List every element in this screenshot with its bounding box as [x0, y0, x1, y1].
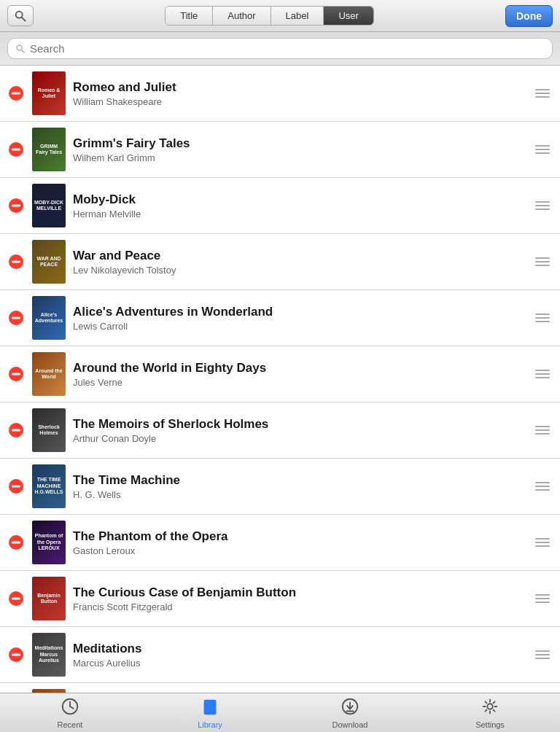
delete-button[interactable] [7, 534, 25, 551]
tab-label: Download [332, 720, 368, 729]
book-author: Wilhem Karl Grimm [73, 152, 525, 163]
delete-button[interactable] [7, 365, 25, 383]
delete-button[interactable] [7, 646, 25, 663]
sort-tab-label[interactable]: Label [271, 7, 324, 25]
book-author: Marcus Aurelius [73, 658, 525, 669]
book-title: Alice's Adventures in Wonderland [73, 305, 525, 319]
sort-tab-title[interactable]: Title [166, 7, 213, 25]
delete-button[interactable] [7, 309, 25, 327]
book-title: Moby-Dick [73, 192, 525, 207]
done-button[interactable]: Done [505, 5, 553, 27]
delete-button[interactable] [7, 421, 25, 439]
book-title: The Memoirs of Sherlock Holmes [73, 417, 525, 432]
svg-point-0 [16, 11, 23, 17]
svg-point-42 [487, 704, 492, 709]
tab-bar: Recent Library Download Settings [0, 693, 560, 732]
tab-download[interactable]: Download [280, 693, 420, 733]
book-info: Grimm's Fairy Tales Wilhem Karl Grimm [73, 136, 525, 163]
svg-rect-35 [204, 699, 217, 714]
svg-point-2 [17, 45, 22, 50]
search-icon-button[interactable] [7, 5, 34, 26]
tab-settings[interactable]: Settings [420, 693, 560, 733]
book-info: The Memoirs of Sherlock Holmes Arthur Co… [73, 417, 525, 444]
drag-handle[interactable] [532, 423, 553, 437]
drag-handle[interactable] [532, 198, 553, 213]
drag-handle[interactable] [532, 311, 553, 325]
drag-handle[interactable] [532, 535, 553, 550]
delete-button[interactable] [7, 141, 25, 158]
svg-rect-13 [12, 317, 20, 319]
book-cover: Romeo & Juliet [32, 71, 66, 115]
search-bar [0, 32, 560, 66]
svg-rect-23 [12, 598, 20, 600]
sort-tab-author[interactable]: Author [213, 7, 271, 25]
book-cover: THE TIME MACHINE H.G.WELLS [32, 464, 66, 508]
cover-text: Alice's Adventures [32, 311, 66, 326]
svg-rect-11 [12, 261, 20, 263]
cover-text: Benjamin Button [32, 591, 66, 607]
book-title: Around the World in Eighty Days [73, 361, 525, 375]
svg-rect-17 [12, 429, 20, 432]
book-cover: Benjamin Button [32, 577, 66, 620]
list-item: GRIMM Fairy Tales Grimm's Fairy Tales Wi… [0, 122, 560, 178]
svg-rect-15 [12, 373, 20, 375]
svg-rect-38 [206, 707, 211, 709]
svg-rect-21 [12, 542, 20, 544]
book-info: Alice's Adventures in Wonderland Lewis C… [73, 305, 525, 332]
book-info: Meditations Marcus Aurelius [73, 642, 525, 669]
tab-library[interactable]: Library [140, 693, 280, 733]
list-item: THE TIME MACHINE H.G.WELLS The Time Mach… [0, 459, 560, 515]
search-input-wrap[interactable] [7, 38, 553, 59]
drag-handle[interactable] [532, 142, 553, 157]
svg-rect-9 [12, 205, 20, 207]
delete-button[interactable] [7, 478, 25, 495]
book-info: The Phantom of the Opera Gaston Leroux [73, 529, 525, 556]
drag-handle[interactable] [532, 591, 553, 606]
settings-icon [481, 697, 499, 719]
list-item: Meditations Marcus Aurelius Meditations … [0, 627, 560, 683]
search-input[interactable] [30, 42, 545, 55]
list-item: Romeo & Juliet Romeo and Juliet William … [0, 66, 560, 122]
svg-line-3 [21, 50, 24, 52]
book-title: Romeo and Juliet [73, 80, 525, 95]
book-title: The Time Machine [73, 473, 525, 488]
drag-handle[interactable] [532, 254, 553, 269]
drag-handle[interactable] [532, 86, 553, 101]
cover-text: Sherlock Holmes [32, 423, 66, 438]
list-item: Benjamin Button The Curious Case of Benj… [0, 571, 560, 627]
library-icon [201, 697, 219, 719]
book-author: Jules Verne [73, 377, 525, 388]
cover-text: Around the World [32, 367, 66, 382]
tab-recent[interactable]: Recent [0, 693, 140, 733]
svg-rect-37 [206, 705, 214, 706]
book-list: Romeo & Juliet Romeo and Juliet William … [0, 66, 560, 693]
drag-handle[interactable] [532, 479, 553, 494]
book-author: William Shakespeare [73, 96, 525, 107]
book-cover: Phantom of the Opera LEROUX [32, 521, 66, 564]
sort-tab-user[interactable]: User [324, 7, 373, 25]
book-author: Lewis Carroll [73, 321, 525, 332]
book-cover: GRIMM Fairy Tales [32, 128, 66, 171]
delete-button[interactable] [7, 85, 25, 102]
drag-handle[interactable] [532, 367, 553, 381]
book-cover: Around the World [32, 352, 66, 396]
book-info: Moby-Dick Herman Melville [73, 192, 525, 219]
download-icon [341, 697, 359, 719]
book-title: War and Peace [73, 249, 525, 263]
book-author: Herman Melville [73, 209, 525, 219]
svg-rect-19 [12, 486, 20, 488]
book-info: Romeo and Juliet William Shakespeare [73, 80, 525, 107]
delete-button[interactable] [7, 197, 25, 214]
book-author: Lev Nikolayevich Tolstoy [73, 265, 525, 276]
delete-button[interactable] [7, 590, 25, 607]
drag-handle[interactable] [532, 647, 553, 662]
book-author: Arthur Conan Doyle [73, 433, 525, 444]
cover-text: Meditations Marcus Aurelius [32, 644, 66, 665]
cover-text: Phantom of the Opera LEROUX [32, 532, 66, 553]
cover-text: THE TIME MACHINE H.G.WELLS [32, 475, 66, 497]
book-title: The Curious Case of Benjamin Button [73, 585, 525, 600]
svg-line-1 [22, 17, 26, 20]
delete-button[interactable] [7, 253, 25, 270]
svg-rect-5 [12, 93, 20, 95]
book-info: The Curious Case of Benjamin Button Fran… [73, 585, 525, 612]
